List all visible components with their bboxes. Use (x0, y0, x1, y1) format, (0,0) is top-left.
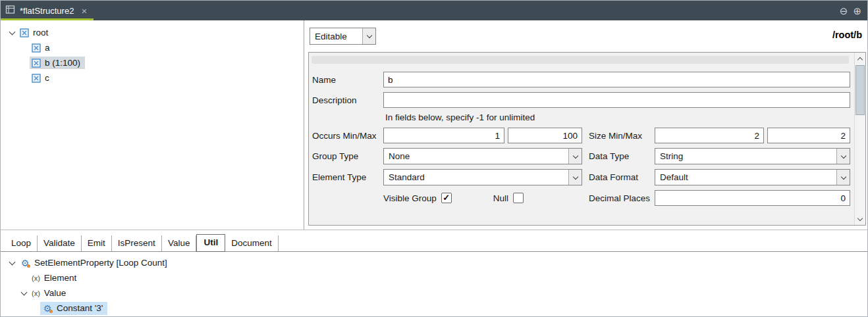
tab-title: *flatStructure2 (20, 6, 74, 16)
data-format-value: Default (655, 172, 836, 182)
tab-util[interactable]: Util (196, 234, 225, 252)
checkbox-decimal-row: Visible Group ✓ Null ✓ (310, 190, 850, 206)
structure-tree: root a (1, 20, 304, 230)
element-path: /root/b (832, 30, 862, 40)
rule-item-constant[interactable]: ⚙ Constant '3' (1, 301, 867, 316)
rule-item-label: SetElementProperty [Loop Count] (34, 258, 167, 268)
visible-group-checkbox[interactable]: ✓ (441, 193, 452, 203)
structure-editor-icon (5, 5, 15, 16)
tree-item-c[interactable]: c (1, 70, 304, 85)
function-tabs: Loop Validate Emit IsPresent Value Util … (1, 230, 867, 252)
tab-loop[interactable]: Loop (5, 235, 38, 251)
element-type-label: Element Type (310, 172, 383, 182)
tab-validate[interactable]: Validate (38, 235, 82, 251)
rule-item-label: Value (44, 288, 67, 298)
function-icon: (x) (32, 289, 40, 297)
null-field: Null ✓ (493, 193, 524, 203)
element-icon (32, 74, 41, 83)
element-type-value: Standard (384, 172, 568, 182)
name-row: Name (310, 72, 850, 87)
null-checkbox[interactable]: ✓ (513, 193, 524, 203)
data-format-label: Data Format (589, 172, 655, 182)
element-type-select[interactable]: Standard (383, 169, 582, 185)
data-type-select[interactable]: String (655, 148, 850, 164)
description-label: Description (310, 95, 383, 105)
tree-item-root[interactable]: root (1, 25, 304, 40)
tab-close-icon[interactable]: × (81, 6, 87, 16)
tree-item-label: b (1:100) (45, 58, 80, 68)
mode-select[interactable]: Editable (310, 28, 376, 45)
tab-document[interactable]: Document (225, 235, 279, 251)
unlimited-hint: In fields below, specify -1 for unlimite… (385, 112, 850, 122)
tree-item-a[interactable]: a (1, 40, 304, 55)
maximize-view-icon[interactable]: ⊕ (853, 6, 861, 16)
size-max-input[interactable] (767, 128, 850, 143)
util-rule-tree: ⚙ SetElementProperty [Loop Count] (x) El… (1, 252, 867, 316)
rule-item-setelementproperty[interactable]: ⚙ SetElementProperty [Loop Count] (1, 255, 867, 270)
name-input[interactable] (383, 72, 850, 87)
data-type-value: String (655, 151, 836, 161)
scroll-down-icon[interactable] (855, 214, 865, 224)
scroll-up-icon[interactable] (855, 53, 865, 64)
gear-icon: ⚙ (20, 258, 30, 268)
chevron-down-icon[interactable] (568, 170, 582, 185)
tree-item-label: c (45, 73, 49, 83)
tree-item-label: a (45, 43, 50, 53)
chevron-down-icon[interactable] (836, 149, 850, 164)
chevron-down-icon[interactable] (568, 149, 582, 164)
chevron-down-icon[interactable] (6, 262, 18, 264)
element-type-format-row: Element Type Standard Data Format Defaul… (310, 169, 850, 185)
visible-group-label: Visible Group (383, 193, 437, 203)
decimal-places-input[interactable] (655, 190, 850, 206)
mode-select-value: Editable (310, 32, 362, 41)
visible-group-field: Visible Group ✓ (383, 193, 452, 203)
occurs-min-input[interactable] (383, 128, 504, 143)
rule-item-label: Element (44, 273, 77, 283)
chevron-down-icon[interactable] (18, 292, 30, 295)
properties-form: Name Description In fields below, specif… (309, 53, 854, 225)
tree-item-b[interactable]: b (1:100) (1, 55, 304, 70)
group-type-label: Group Type (310, 151, 383, 161)
data-format-select[interactable]: Default (655, 169, 850, 185)
horizontal-scrollbar[interactable] (312, 56, 849, 64)
size-minmax-label: Size Min/Max (589, 131, 655, 141)
function-icon: (x) (32, 274, 40, 282)
tab-flatstructure2[interactable]: *flatStructure2 × (1, 1, 94, 20)
tab-emit[interactable]: Emit (82, 235, 112, 251)
tree-item-label: root (33, 28, 48, 37)
properties-panel: Editable /root/b Name Description In fie… (304, 20, 867, 230)
group-type-select[interactable]: None (383, 148, 582, 164)
rule-item-value[interactable]: (x) Value (1, 285, 867, 301)
rule-item-label: Constant '3' (57, 303, 103, 313)
occurs-minmax-label: Occurs Min/Max (310, 131, 383, 141)
tab-value[interactable]: Value (162, 235, 197, 251)
element-icon (32, 43, 41, 53)
element-icon (20, 28, 29, 37)
size-min-input[interactable] (655, 128, 764, 143)
function-panel: Loop Validate Emit IsPresent Value Util … (1, 230, 867, 316)
description-input[interactable] (383, 92, 850, 108)
main-area: root a (1, 20, 867, 230)
rule-item-element[interactable]: (x) Element (1, 270, 867, 285)
group-data-type-row: Group Type None Data Type String (310, 148, 850, 164)
chevron-down-icon[interactable] (836, 170, 850, 185)
scrollbar-thumb[interactable] (855, 65, 865, 115)
editor-tab-bar: *flatStructure2 × ⊖ ⊕ (1, 1, 867, 20)
null-label: Null (493, 193, 508, 203)
chevron-down-icon[interactable] (6, 32, 18, 34)
tab-ispresent[interactable]: IsPresent (112, 235, 162, 251)
chevron-down-icon[interactable] (362, 28, 375, 44)
vertical-scrollbar[interactable] (854, 53, 865, 225)
properties-form-viewport: Name Description In fields below, specif… (308, 52, 866, 226)
description-row: Description (310, 92, 850, 108)
name-label: Name (310, 75, 383, 85)
minimize-view-icon[interactable]: ⊖ (840, 6, 848, 16)
element-icon (32, 59, 41, 68)
occurs-max-input[interactable] (508, 128, 582, 143)
gear-icon: ⚙ (42, 303, 53, 314)
occurs-size-row: Occurs Min/Max Size Min/Max (310, 128, 850, 143)
group-type-value: None (384, 151, 568, 161)
flat-structure-editor-window: *flatStructure2 × ⊖ ⊕ root (0, 0, 868, 317)
check-icon: ✓ (443, 193, 450, 203)
decimal-places-label: Decimal Places (589, 193, 655, 203)
